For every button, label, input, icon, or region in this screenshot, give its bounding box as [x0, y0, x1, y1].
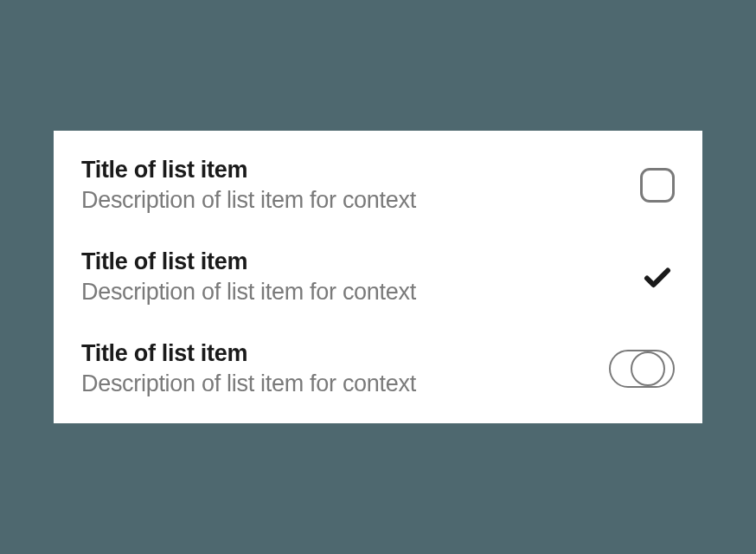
list-item-title: Title of list item: [81, 157, 416, 184]
settings-list: Title of list item Description of list i…: [54, 131, 702, 423]
list-item: Title of list item Description of list i…: [54, 139, 702, 231]
list-item-description: Description of list item for context: [81, 187, 416, 214]
list-item-control: [640, 260, 675, 294]
list-item-control: [640, 168, 675, 203]
list-item-title: Title of list item: [81, 340, 416, 367]
list-item-text: Title of list item Description of list i…: [81, 157, 416, 214]
list-item-control: [609, 350, 675, 388]
list-item-text: Title of list item Description of list i…: [81, 248, 416, 306]
list-item: Title of list item Description of list i…: [54, 231, 702, 323]
list-item: Title of list item Description of list i…: [54, 323, 702, 415]
toggle-knob: [631, 351, 665, 386]
list-item-description: Description of list item for context: [81, 279, 416, 306]
list-item-text: Title of list item Description of list i…: [81, 340, 416, 397]
list-item-description: Description of list item for context: [81, 370, 416, 397]
checkbox-unchecked[interactable]: [640, 168, 675, 203]
list-item-title: Title of list item: [81, 248, 416, 275]
toggle-switch[interactable]: [609, 350, 675, 388]
checkmark-icon[interactable]: [640, 260, 675, 294]
